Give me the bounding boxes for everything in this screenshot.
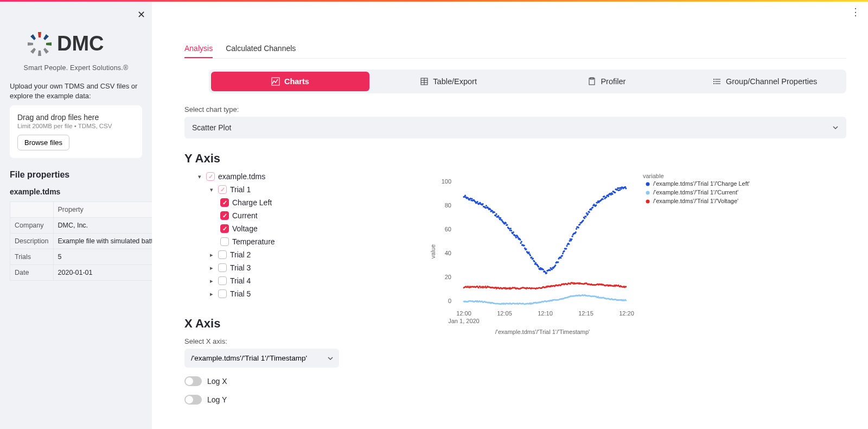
svg-point-12: [713, 81, 714, 82]
svg-point-178: [560, 257, 561, 258]
checkbox-trial5[interactable]: [218, 289, 227, 298]
channel-tree: ▾ example.tdms ▾ Trial 1 Charge Left: [184, 170, 336, 300]
logx-toggle[interactable]: [184, 376, 202, 386]
subtab-group-channel-properties[interactable]: Group/Channel Properties: [686, 72, 844, 91]
svg-point-97: [505, 222, 507, 224]
file-name: example.tdms: [10, 187, 142, 196]
tree-node-channel[interactable]: Current: [184, 209, 336, 222]
chart-type-label: Select chart type:: [184, 105, 846, 113]
svg-text:/'example.tdms'/'Trial 1'/'Vol: /'example.tdms'/'Trial 1'/'Voltage': [653, 198, 738, 204]
svg-point-547: [485, 286, 487, 287]
chevron-right-icon[interactable]: ▸: [208, 251, 215, 258]
browse-files-button[interactable]: Browse files: [17, 135, 69, 150]
svg-text:/'example.tdms'/'Trial 1'/'Cur: /'example.tdms'/'Trial 1'/'Current': [653, 189, 738, 195]
checkbox-trial4[interactable]: [218, 276, 227, 285]
svg-point-104: [510, 228, 512, 229]
svg-text:DMC: DMC: [57, 32, 104, 55]
svg-point-63: [482, 203, 483, 205]
tree-node-trial[interactable]: ▸ Trial 5: [184, 287, 336, 300]
svg-point-211: [582, 219, 584, 221]
checkbox-file[interactable]: [206, 172, 215, 181]
chevron-right-icon[interactable]: ▸: [208, 264, 215, 272]
svg-point-157: [546, 272, 547, 274]
list-icon: [713, 77, 722, 86]
checkbox-trial1[interactable]: [218, 185, 227, 194]
checkbox-temperature[interactable]: [220, 237, 229, 246]
svg-point-137: [532, 257, 534, 259]
svg-text:/'example.tdms'/'Trial 1'/'Tim: /'example.tdms'/'Trial 1'/'Timestamp': [495, 329, 590, 335]
svg-point-265: [619, 189, 621, 191]
upload-prompt: Upload your own TDMS and CSV files or ex…: [10, 81, 142, 101]
checkbox-trial3[interactable]: [218, 263, 227, 272]
dropzone-title: Drag and drop files here: [17, 113, 135, 122]
file-dropzone[interactable]: Drag and drop files here Limit 200MB per…: [10, 105, 142, 158]
svg-point-201: [576, 228, 577, 230]
svg-point-254: [611, 193, 613, 195]
svg-point-240: [602, 198, 604, 200]
svg-point-267: [620, 188, 622, 190]
tree-node-trial1[interactable]: ▾ Trial 1: [184, 183, 336, 196]
checkbox-current[interactable]: [220, 211, 229, 220]
svg-text:12:00: 12:00: [456, 310, 471, 317]
tree-node-channel[interactable]: Temperature: [184, 235, 336, 248]
svg-point-174: [557, 261, 559, 263]
tree-node-file[interactable]: ▾ example.tdms: [184, 170, 336, 183]
dropzone-limit: Limit 200MB per file • TDMS, CSV: [17, 123, 135, 129]
chevron-right-icon[interactable]: ▸: [208, 277, 215, 285]
tab-analysis[interactable]: Analysis: [184, 44, 213, 58]
svg-point-152: [542, 269, 544, 270]
checkbox-charge-left[interactable]: [220, 198, 229, 207]
brand-logo: DMC Smart People. Expert Solutions.®: [10, 28, 142, 72]
chart-type-select[interactable]: Scatter Plot: [184, 117, 846, 138]
table-row: Trials5: [10, 249, 152, 265]
chevron-down-icon[interactable]: ▾: [196, 173, 203, 180]
chevron-right-icon[interactable]: ▸: [208, 291, 215, 298]
chevron-down-icon[interactable]: ▾: [208, 186, 215, 193]
svg-point-200: [575, 231, 577, 233]
svg-point-220: [589, 211, 590, 213]
svg-point-89: [500, 217, 501, 219]
menu-kebab-icon[interactable]: ⋮: [851, 6, 860, 18]
svg-point-74: [489, 209, 491, 210]
chart-line-icon: [271, 77, 280, 86]
tree-node-trial[interactable]: ▸ Trial 2: [184, 248, 336, 261]
svg-point-135: [531, 256, 532, 258]
prop-header: Property: [53, 202, 152, 218]
svg-text:12:10: 12:10: [538, 310, 553, 317]
svg-point-112: [515, 237, 517, 238]
brand-tagline: Smart People. Expert Solutions.®: [10, 64, 142, 72]
svg-point-37: [464, 195, 466, 197]
svg-point-145: [538, 266, 539, 268]
tree-node-channel[interactable]: Voltage: [184, 222, 336, 235]
tree-node-channel[interactable]: Charge Left: [184, 196, 336, 209]
subtab-table-export[interactable]: Table/Export: [369, 72, 528, 91]
svg-point-537: [478, 287, 480, 288]
svg-text:60: 60: [445, 226, 451, 232]
logy-toggle[interactable]: [184, 395, 202, 405]
tab-calculated-channels[interactable]: Calculated Channels: [226, 44, 296, 58]
svg-point-187: [566, 245, 567, 247]
table-row: CompanyDMC, Inc.: [10, 218, 152, 234]
svg-text:/'example.tdms'/'Trial 1'/'Cha: /'example.tdms'/'Trial 1'/'Charge Left': [653, 180, 750, 187]
svg-point-194: [571, 238, 572, 240]
tree-node-trial[interactable]: ▸ Trial 3: [184, 261, 336, 274]
svg-point-141: [535, 262, 537, 264]
svg-text:0: 0: [448, 298, 451, 304]
table-row: DescriptionExample file with simulated b…: [10, 234, 152, 249]
sub-tabs: Charts Table/Export Profiler Group/Chann…: [209, 70, 846, 93]
svg-point-55: [476, 201, 478, 203]
svg-point-245: [605, 197, 607, 198]
tree-node-trial[interactable]: ▸ Trial 4: [184, 274, 336, 287]
checkbox-voltage[interactable]: [220, 224, 229, 233]
subtab-profiler[interactable]: Profiler: [528, 72, 686, 91]
svg-point-248: [608, 195, 609, 197]
close-sidebar-icon[interactable]: ✕: [137, 10, 145, 20]
svg-point-108: [513, 231, 514, 233]
sidebar: ✕ DMC Smart People. Expert Solutions.® U…: [0, 2, 152, 429]
main-content: ⋮ Analysis Calculated Channels Charts Ta…: [152, 2, 868, 429]
checkbox-trial2[interactable]: [218, 250, 227, 259]
xaxis-select[interactable]: /'example.tdms'/'Trial 1'/'Timestamp': [184, 349, 339, 368]
svg-point-181: [562, 253, 564, 254]
scatter-plot[interactable]: value 0 20 40 60 80 100 12:00 12:05 1: [358, 170, 846, 338]
subtab-charts[interactable]: Charts: [211, 72, 369, 91]
